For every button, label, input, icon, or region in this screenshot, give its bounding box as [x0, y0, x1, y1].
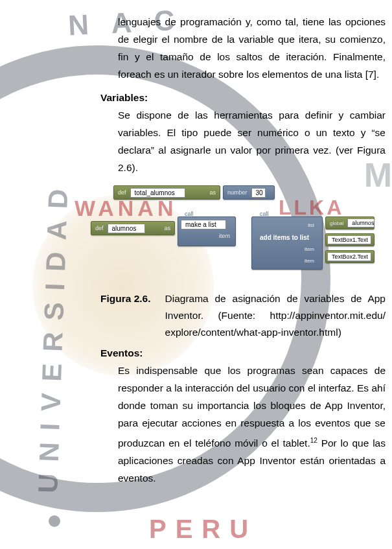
figure-2-6-diagram: def total_alumnos as number 30 def alumn… — [91, 185, 376, 283]
watermark-peru: PERU — [149, 515, 257, 544]
var-name-field: total_alumnos — [130, 188, 185, 198]
page-content: lenguajes de programación y, como tal, t… — [0, 0, 392, 487]
eventos-heading: Eventos: — [100, 347, 392, 359]
variables-paragraph: Se dispone de las herramientas para defi… — [118, 106, 386, 176]
block-textbox2: TextBox2.Text — [325, 250, 375, 263]
figure-caption-text: Diagrama de asignación de variables de A… — [165, 290, 386, 341]
footnote-ref: 12 — [310, 437, 317, 444]
figure-caption: Figura 2.6. Diagrama de asignación de va… — [100, 290, 386, 341]
figure-label: Figura 2.6. — [100, 290, 165, 341]
block-def-total: def total_alumnos as — [113, 185, 220, 200]
var-name-alumnos: alumnos — [108, 224, 145, 233]
number-value-field: 30 — [251, 188, 266, 198]
eventos-paragraph: Es indispensable que los programas sean … — [118, 362, 386, 487]
block-add-items: call list add items to list item item — [251, 216, 323, 270]
block-global-alumnos: global alumnos — [325, 216, 375, 229]
make-list-label: make a list — [181, 220, 226, 229]
intro-continuation-paragraph: lenguajes de programación y, como tal, t… — [118, 13, 386, 83]
variables-heading: Variables: — [100, 92, 392, 104]
block-number: number 30 — [223, 185, 275, 200]
block-def-alumnos: def alumnos as — [91, 221, 175, 235]
block-make-list: call make a list item — [178, 216, 236, 246]
block-textbox1: TextBox1.Text — [325, 233, 375, 246]
